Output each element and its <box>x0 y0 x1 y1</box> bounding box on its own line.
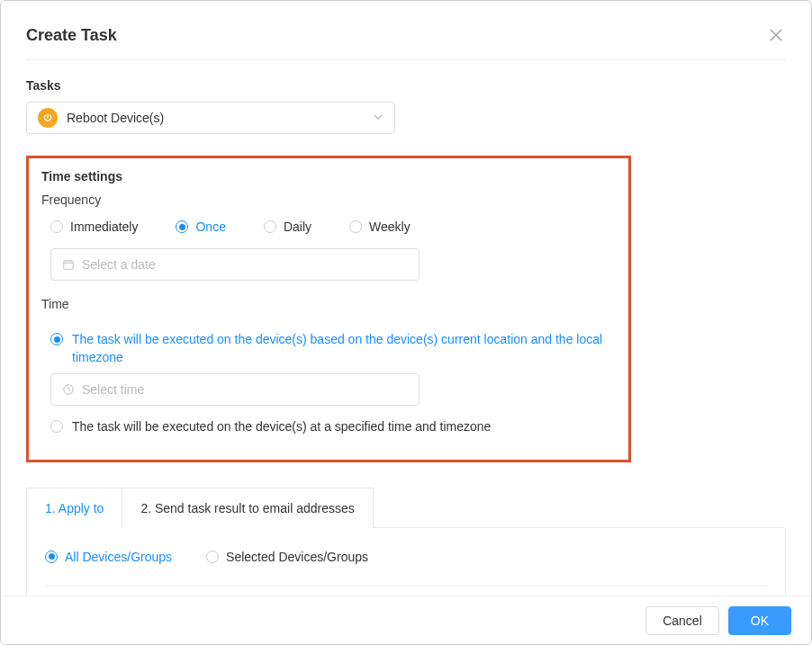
power-icon <box>38 108 58 128</box>
radio-label: Daily <box>284 219 311 234</box>
date-placeholder: Select a date <box>82 257 156 272</box>
time-label: Time <box>41 297 616 311</box>
ok-button[interactable]: OK <box>728 606 791 635</box>
radio-label: Weekly <box>369 219 411 234</box>
modal-footer: Cancel OK <box>1 596 811 644</box>
frequency-daily[interactable]: Daily <box>264 219 311 234</box>
tab-send-email[interactable]: 2. Send task result to email addresses <box>122 488 373 528</box>
tasks-section-label: Tasks <box>26 78 786 93</box>
radio-icon <box>50 220 63 233</box>
time-option-local-label: The task will be executed on the device(… <box>72 331 616 366</box>
radio-label: Immediately <box>70 219 138 234</box>
scope-selected[interactable]: Selected Devices/Groups <box>206 550 368 564</box>
chevron-down-icon <box>373 111 383 125</box>
svg-rect-0 <box>64 261 74 269</box>
scope-all-label: All Devices/Groups <box>65 550 172 564</box>
close-button[interactable] <box>766 22 786 48</box>
models-checkbox-row: All device models EVA-AL10 HUAWEI MT7-CL… <box>45 587 767 596</box>
radio-icon <box>45 551 58 563</box>
scope-all[interactable]: All Devices/Groups <box>45 550 172 564</box>
calendar-icon <box>62 258 75 271</box>
close-icon <box>770 29 782 41</box>
time-input[interactable]: Select time <box>50 373 420 406</box>
date-input[interactable]: Select a date <box>50 248 420 281</box>
tabs: 1. Apply to 2. Send task result to email… <box>26 488 786 528</box>
frequency-immediately[interactable]: Immediately <box>50 219 138 234</box>
divider <box>26 59 786 60</box>
cancel-button[interactable]: Cancel <box>645 606 719 635</box>
time-radio-group: The task will be executed on the device(… <box>41 318 616 436</box>
radio-label: Once <box>195 219 225 234</box>
modal-body: Tasks Reboot Device(s) Time settings Fre… <box>1 59 811 596</box>
time-option-specified[interactable]: The task will be executed on the device(… <box>50 418 616 436</box>
frequency-radio-group: Immediately Once Daily Weekly <box>41 214 616 245</box>
tab-panel-apply-to: All Devices/Groups Selected Devices/Grou… <box>26 527 786 596</box>
frequency-weekly[interactable]: Weekly <box>349 219 411 234</box>
time-placeholder: Select time <box>82 382 144 397</box>
frequency-label: Frequency <box>41 193 616 207</box>
task-select-value: Reboot Device(s) <box>67 111 373 125</box>
tab-apply-to[interactable]: 1. Apply to <box>26 488 122 528</box>
time-option-local[interactable]: The task will be executed on the device(… <box>50 331 616 366</box>
time-option-specified-label: The task will be executed on the device(… <box>72 418 491 436</box>
time-settings-box: Time settings Frequency Immediately Once… <box>26 156 631 462</box>
scope-selected-label: Selected Devices/Groups <box>226 550 368 564</box>
modal-title: Create Task <box>26 26 117 45</box>
radio-icon <box>206 551 219 563</box>
radio-icon <box>264 220 276 233</box>
time-settings-title: Time settings <box>41 169 616 184</box>
radio-icon <box>50 420 63 433</box>
task-select[interactable]: Reboot Device(s) <box>26 102 395 134</box>
frequency-once[interactable]: Once <box>176 219 225 234</box>
scope-radio-group: All Devices/Groups Selected Devices/Grou… <box>45 550 767 587</box>
radio-icon <box>349 220 362 233</box>
modal-header: Create Task <box>1 1 811 64</box>
radio-icon <box>50 333 63 345</box>
clock-icon <box>62 383 75 396</box>
radio-icon <box>176 220 188 233</box>
